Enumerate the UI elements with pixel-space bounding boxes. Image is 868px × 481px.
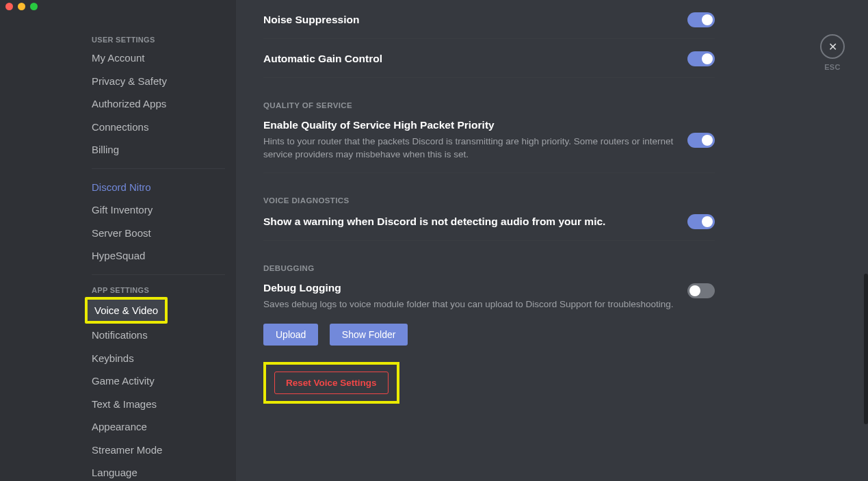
sidebar-item-text-images[interactable]: Text & Images (85, 393, 225, 416)
sidebar-item-my-account[interactable]: My Account (85, 47, 225, 70)
settings-sidebar: USER SETTINGS My Account Privacy & Safet… (0, 0, 236, 481)
sidebar-item-keybinds[interactable]: Keybinds (85, 347, 225, 370)
setting-mic-warning: Show a warning when Discord is not detec… (263, 202, 715, 241)
sidebar-item-appearance[interactable]: Appearance (85, 415, 225, 439)
setting-title: Automatic Gain Control (263, 53, 382, 65)
show-folder-button[interactable]: Show Folder (330, 324, 408, 346)
sidebar-item-gift-inventory[interactable]: Gift Inventory (85, 198, 225, 222)
setting-debug-logging: Debug Logging Saves debug logs to voice … (263, 270, 715, 346)
toggle-mic-warning[interactable] (687, 214, 715, 229)
sidebar-divider (92, 168, 225, 169)
settings-content: Noise Suppression Automatic Gain Control… (236, 0, 868, 481)
sidebar-item-privacy-safety[interactable]: Privacy & Safety (85, 70, 225, 93)
toggle-qos-priority[interactable] (687, 133, 715, 148)
window-traffic-lights[interactable] (5, 3, 38, 10)
sidebar-item-server-boost[interactable]: Server Boost (85, 222, 225, 245)
sidebar-item-game-activity[interactable]: Game Activity (85, 369, 225, 393)
highlight-voice-video: Voice & Video (85, 297, 168, 324)
sidebar-item-connections[interactable]: Connections (85, 116, 225, 139)
setting-noise-suppression: Noise Suppression (263, 0, 715, 39)
setting-automatic-gain-control: Automatic Gain Control (263, 39, 715, 78)
window-minimize-icon[interactable] (18, 3, 25, 10)
toggle-noise-suppression[interactable] (687, 12, 715, 27)
sidebar-item-voice-video[interactable]: Voice & Video (88, 300, 165, 322)
scrollbar-thumb[interactable] (864, 274, 868, 424)
reset-voice-settings-button[interactable]: Reset Voice Settings (274, 372, 389, 394)
sidebar-item-hypesquad[interactable]: HypeSquad (85, 244, 225, 268)
sidebar-item-language[interactable]: Language (85, 461, 225, 481)
sidebar-item-discord-nitro[interactable]: Discord Nitro (85, 176, 225, 199)
esc-label: ESC (820, 63, 845, 71)
sidebar-header-user-settings: USER SETTINGS (92, 31, 225, 47)
sidebar-header-app-settings: APP SETTINGS (92, 282, 225, 297)
window-close-icon[interactable] (5, 3, 13, 10)
close-icon[interactable]: ✕ (820, 34, 845, 59)
toggle-automatic-gain-control[interactable] (687, 51, 715, 66)
toggle-debug-logging[interactable] (687, 283, 715, 298)
sidebar-item-notifications[interactable]: Notifications (85, 324, 225, 347)
sidebar-item-streamer-mode[interactable]: Streamer Mode (85, 439, 225, 462)
setting-description: Saves debug logs to voice module folder … (263, 298, 687, 311)
sidebar-divider (92, 274, 225, 275)
setting-title: Noise Suppression (263, 14, 359, 26)
upload-button[interactable]: Upload (263, 324, 318, 346)
setting-description: Hints to your router that the packets Di… (263, 135, 687, 161)
window-zoom-icon[interactable] (30, 3, 38, 10)
close-settings-button[interactable]: ✕ ESC (820, 34, 845, 71)
setting-title: Debug Logging (263, 282, 687, 294)
sidebar-item-authorized-apps[interactable]: Authorized Apps (85, 92, 225, 116)
setting-title: Show a warning when Discord is not detec… (263, 216, 605, 228)
setting-title: Enable Quality of Service High Packet Pr… (263, 119, 687, 131)
sidebar-item-billing[interactable]: Billing (85, 138, 225, 161)
setting-qos-priority: Enable Quality of Service High Packet Pr… (263, 107, 715, 173)
highlight-reset: Reset Voice Settings (263, 362, 399, 404)
